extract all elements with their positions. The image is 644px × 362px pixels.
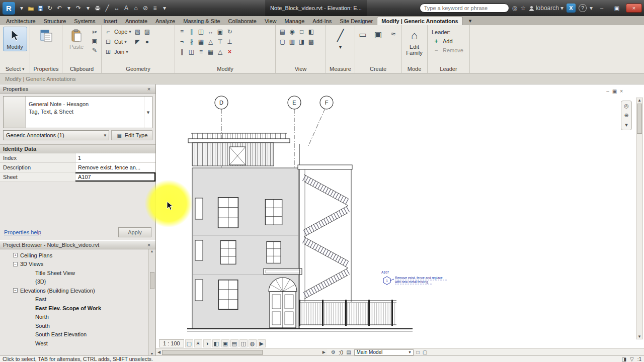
scale-2-icon[interactable]: △	[216, 48, 225, 56]
browser-scrollbar[interactable]: ▲ ▼	[148, 249, 155, 355]
tab-systems[interactable]: Systems	[70, 17, 99, 25]
add-leader-button[interactable]: + Add	[432, 37, 463, 46]
tab-architecture[interactable]: Architecture	[2, 17, 40, 25]
panel-label-create[interactable]: Create	[355, 65, 401, 73]
app-menu-dropdown-icon[interactable]: ▾	[17, 3, 26, 13]
generic-annotation-note[interactable]: A107 1 Remove exist. fence and replace w…	[381, 270, 447, 285]
cope-button[interactable]: ⌐ Cope ▾	[104, 27, 131, 36]
scrollbar-thumb[interactable]	[150, 272, 154, 289]
window-close-button[interactable]: ×	[626, 4, 642, 13]
project-browser-close-icon[interactable]: ×	[145, 242, 152, 248]
measure-tool-button[interactable]: ╱ ▾	[329, 27, 353, 51]
open-button[interactable]	[26, 3, 35, 13]
isolate-elements-icon[interactable]: ◧	[307, 28, 316, 36]
navbar-dropdown-icon[interactable]: ▾	[625, 122, 628, 128]
copy-to-clipboard-icon[interactable]: ▣	[90, 37, 99, 45]
user-dropdown-icon[interactable]: ▾	[560, 5, 564, 12]
properties-close-icon[interactable]: ×	[145, 86, 152, 92]
join-button[interactable]: ⊞ Join ▾	[104, 47, 131, 56]
aligned-dimension-button[interactable]: ↔	[112, 3, 121, 13]
crop-region-visibility-icon[interactable]: ▣	[221, 339, 229, 347]
sync-button[interactable]: ↻	[45, 3, 54, 13]
design-options-select[interactable]: Main Model ▾	[354, 349, 414, 355]
mirror-axis-icon[interactable]: ◫	[187, 48, 196, 56]
properties-help-link[interactable]: Properties help	[4, 229, 41, 235]
tree-item-south-east-elevation[interactable]: South East Elevation	[0, 330, 155, 339]
panel-label-properties[interactable]: Properties	[30, 65, 62, 73]
tree-item-elevations[interactable]: − Elevations (Building Elevation)	[0, 286, 155, 295]
editing-requests-icon[interactable]: ⚙	[331, 349, 336, 355]
panel-label-clipboard[interactable]: Clipboard	[62, 65, 101, 73]
expand-icon[interactable]: +	[13, 253, 18, 257]
match-type-properties-icon[interactable]: ✎	[90, 46, 99, 54]
tree-item-3d[interactable]: {3D}	[0, 278, 155, 287]
search-icon[interactable]: ◎	[512, 5, 517, 12]
sun-settings-icon[interactable]: ☀	[194, 339, 202, 347]
delete-icon[interactable]: ×	[225, 48, 234, 56]
property-row-index[interactable]: Index 1	[0, 153, 155, 163]
temporary-hide-isolate-icon[interactable]: ▤	[230, 339, 238, 347]
shadows-icon[interactable]: ◑	[203, 339, 211, 347]
window-minimize-button[interactable]: ‒	[596, 4, 608, 13]
reveal-hidden-icon[interactable]: ◉	[288, 28, 297, 36]
demolish-icon[interactable]: ◤	[133, 38, 142, 46]
undo-button[interactable]: ↶	[55, 3, 64, 13]
tab-analyze[interactable]: Analyze	[151, 17, 179, 25]
help-dropdown-icon[interactable]: ▾	[590, 5, 593, 12]
worksets-icon[interactable]: ▤	[346, 349, 351, 355]
revit-logo[interactable]: R	[3, 2, 15, 15]
window-maximize-button[interactable]: ▣	[611, 4, 623, 13]
help-button[interactable]: ?	[579, 4, 587, 12]
exclude-options-icon[interactable]: □	[417, 349, 420, 355]
copy-icon[interactable]: ▣	[216, 28, 225, 36]
tab-manage[interactable]: Manage	[281, 17, 309, 25]
pin-icon[interactable]: ⊤	[216, 38, 225, 46]
view-properties-icon[interactable]: ▶	[258, 339, 266, 347]
help-search-input[interactable]	[420, 4, 509, 13]
undo-dropdown-icon[interactable]: ▾	[64, 3, 73, 13]
create-similar-icon[interactable]: ≈	[388, 27, 399, 42]
editable-only-icon[interactable]: ▢	[423, 349, 427, 355]
tab-view[interactable]: View	[261, 17, 281, 25]
tab-modify-generic-annotations[interactable]: Modify | Generic Annotations	[377, 17, 462, 25]
thin-lines-button[interactable]: ≡	[150, 3, 159, 13]
unpin-icon[interactable]: ⊥	[225, 38, 234, 46]
default-3d-view-button[interactable]: ⌂	[131, 3, 140, 13]
rotate-icon[interactable]: ↻	[225, 28, 234, 36]
scroll-left-icon[interactable]: ◀	[157, 350, 160, 354]
tab-add-ins[interactable]: Add-Ins	[308, 17, 336, 25]
redo-button[interactable]: ↷	[74, 3, 83, 13]
property-row-sheet[interactable]: Sheet A107	[0, 172, 155, 182]
zoom-icon[interactable]: ⊕	[624, 112, 628, 119]
tab-collaborate[interactable]: Collaborate	[224, 17, 261, 25]
panel-label-leader[interactable]: Leader	[428, 65, 469, 73]
properties-header[interactable]: Properties ×	[0, 84, 155, 94]
steering-wheel-icon[interactable]: ◎	[624, 103, 629, 109]
crop-view-icon[interactable]: ◧	[212, 339, 220, 347]
edit-type-button[interactable]: ▦ Edit Type	[111, 130, 152, 140]
canvas-horizontal-scrollbar[interactable]: ◀ ▶	[156, 348, 327, 355]
tree-item-title-sheet-view[interactable]: Title Sheet View	[0, 268, 155, 278]
visibility-graphics-icon[interactable]: ▤	[278, 28, 287, 36]
tree-item-ceiling-plans[interactable]: + Ceiling Plans	[0, 251, 155, 260]
tab-annotate[interactable]: Annotate	[121, 17, 151, 25]
scroll-right-icon[interactable]: ▶	[323, 350, 326, 354]
type-selector-dropdown-icon[interactable]: ▾	[144, 97, 152, 128]
panel-label-modify[interactable]: Modify	[175, 65, 275, 73]
tab-site-designer[interactable]: Site Designer	[336, 17, 377, 25]
measure-button[interactable]: ╱	[103, 3, 112, 13]
view-scale[interactable]: 1 : 100	[159, 339, 184, 347]
offset-2-icon[interactable]: ∥	[178, 48, 187, 56]
building-elevation[interactable]	[187, 133, 413, 331]
align-icon[interactable]: ≡	[178, 28, 187, 36]
view-graphics-icon[interactable]: ▥	[288, 38, 297, 46]
apply-button[interactable]: Apply	[118, 227, 151, 237]
view-restore-icon[interactable]: ▣	[612, 88, 617, 94]
canvas-vertical-scrollbar[interactable]: ▲ ▼	[636, 98, 643, 339]
customize-qat-dropdown-icon[interactable]: ▾	[160, 3, 169, 13]
scroll-up-icon[interactable]: ▲	[637, 98, 641, 103]
collapse-icon[interactable]: −	[13, 262, 18, 266]
redo-dropdown-icon[interactable]: ▾	[84, 3, 93, 13]
move-icon[interactable]: ↔	[206, 28, 215, 36]
identity-data-section-header[interactable]: Identity Data	[0, 144, 155, 153]
